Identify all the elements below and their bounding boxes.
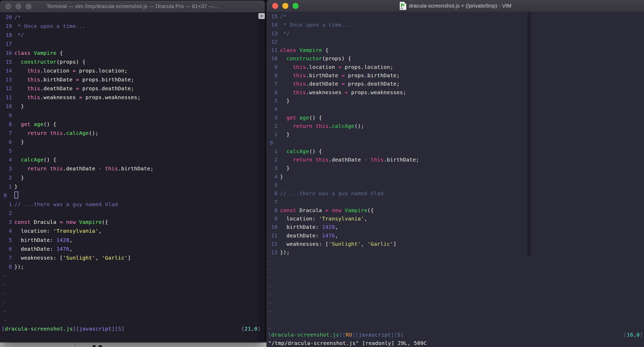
line-number: 0 — [4, 191, 12, 200]
code-line: 17 — [0, 39, 265, 48]
line-number: 3 — [270, 164, 278, 172]
occluded-text-fragment — [93, 345, 96, 347]
code-line: 2 } — [0, 173, 265, 182]
line-number: 5 — [270, 97, 278, 105]
scrollbar-lines-icon — [260, 16, 263, 17]
line-number: 14 — [4, 66, 12, 75]
code-line: 3 } — [267, 164, 644, 172]
empty-line-tilde: ~ — [267, 316, 644, 324]
line-number: 9 — [270, 63, 278, 71]
zoom-button[interactable] — [26, 3, 32, 9]
code-line: 8const Dracula = new Vampire({ — [267, 206, 644, 214]
line-number: 10 — [4, 102, 12, 111]
line-number: 4 — [4, 226, 12, 235]
code-line: 20/* — [0, 13, 265, 22]
empty-line-tilde: ~ — [0, 298, 265, 307]
code-line: 0 — [267, 139, 644, 147]
line-number: 5 — [270, 181, 278, 189]
code-line: 1} — [0, 182, 265, 191]
code-line: 15 constructor(props) { — [0, 57, 265, 66]
code-line: 11 this.weaknesses = props.weaknesses; — [0, 93, 265, 102]
line-number: 11 — [4, 93, 12, 102]
macvim-titlebar[interactable]: JS dracula-screenshot.js = (/private/tmp… — [267, 0, 644, 12]
code-line: 7 this.deathDate = props.deathDate; — [267, 80, 644, 88]
zoom-button[interactable] — [293, 3, 299, 9]
line-number: 10 — [270, 54, 278, 63]
line-number: 8 — [270, 206, 278, 214]
window-controls — [272, 3, 299, 9]
line-number: 6 — [270, 88, 278, 97]
line-number: 1 — [270, 147, 278, 155]
window-title: Terminal — vim /tmp/dracula-screenshot.j… — [47, 3, 218, 9]
line-number: 15 — [4, 57, 12, 66]
code-line: 6 deathDate: 1476, — [0, 244, 265, 253]
code-line: 6 } — [0, 137, 265, 146]
line-number: 13 — [4, 75, 12, 84]
empty-line-tilde: ~ — [267, 257, 644, 265]
line-number: 2 — [4, 209, 12, 218]
code-line: 3 return this.deathDate - this.birthDate… — [0, 164, 265, 173]
line-number: 13 — [270, 29, 278, 38]
code-line: 13 */ — [267, 29, 644, 38]
statusline-file-info: [dracula-screenshot.js][javascript][S] — [2, 324, 124, 333]
code-line: 14 * Once upon a time... — [267, 21, 644, 29]
vim-buffer-left[interactable]: 20/*19 * Once upon a time...18 */1716cla… — [0, 12, 265, 342]
line-number: 5 — [4, 146, 12, 155]
terminal-titlebar[interactable]: Terminal — vim /tmp/dracula-screenshot.j… — [0, 1, 265, 13]
code-line: 6 this.weaknesses = props.weaknesses; — [267, 88, 644, 97]
code-line: 3 get age() { — [267, 113, 644, 122]
code-area[interactable]: 20/*19 * Once upon a time...18 */1716cla… — [0, 12, 265, 325]
scrollbar-track[interactable] — [258, 12, 265, 342]
line-number: 19 — [4, 22, 12, 31]
code-line: 5 } — [267, 97, 644, 105]
line-number: 12 — [270, 240, 278, 248]
line-number: 2 — [270, 155, 278, 164]
empty-line-tilde: ~ — [267, 282, 644, 290]
line-number: 8 — [270, 71, 278, 80]
vim-buffer-right[interactable]: 15/*14 * Once upon a time...13 */1211cla… — [267, 12, 644, 347]
code-line: 18 */ — [0, 31, 265, 39]
close-button[interactable] — [272, 3, 278, 9]
empty-line-tilde: ~ — [0, 307, 265, 316]
minimize-button[interactable] — [15, 3, 21, 9]
line-number: 7 — [4, 129, 12, 137]
statusline-file-info: [dracula-screenshot.js][RO][javascript][… — [268, 330, 404, 339]
empty-line-tilde: ~ — [0, 289, 265, 298]
window-title-label: dracula-screenshot.js = (/private/tmp) -… — [409, 3, 511, 9]
minimize-button[interactable] — [282, 3, 288, 9]
unsaved-dot-icon — [7, 5, 9, 7]
scrollbar-lines-icon — [260, 15, 263, 16]
line-number: 9 — [270, 214, 278, 223]
code-line: 2 return this.calcAge(); — [267, 122, 644, 130]
line-number: 15 — [270, 12, 278, 21]
line-number: 10 — [270, 223, 278, 231]
line-number: 14 — [270, 21, 278, 29]
vim-cursor — [14, 192, 18, 199]
code-line: 5 birthDate: 1428, — [0, 236, 265, 244]
line-number: 7 — [4, 253, 12, 262]
line-number: 13 — [270, 248, 278, 256]
occluded-background-window — [0, 342, 266, 347]
code-area[interactable]: 15/*14 * Once upon a time...13 */1211cla… — [267, 12, 644, 332]
code-line: 14 this.location = props.location; — [0, 66, 265, 75]
line-number: 6 — [4, 244, 12, 253]
code-line: 13 this.birthDate = props.birthDate; — [0, 75, 265, 84]
javascript-file-icon: JS — [400, 2, 406, 10]
terminal-window: Terminal — vim /tmp/dracula-screenshot.j… — [0, 1, 265, 342]
empty-line-tilde: ~ — [267, 265, 644, 273]
code-line: 3const Dracula = new Vampire({ — [0, 218, 265, 226]
line-number: 8 — [4, 262, 12, 271]
close-button[interactable] — [5, 3, 11, 9]
line-number: 3 — [4, 164, 12, 173]
line-number: 5 — [4, 236, 12, 244]
code-line: 11class Vampire { — [267, 46, 644, 54]
code-line: 1 } — [267, 130, 644, 139]
code-line: 8 get age() { — [0, 120, 265, 129]
line-number: 3 — [270, 113, 278, 122]
line-number: 12 — [270, 38, 278, 46]
empty-line-tilde: ~ — [0, 280, 265, 289]
code-line: 6// ...there was a guy named Vlad — [267, 189, 644, 198]
code-line: 4 — [267, 105, 644, 113]
scrollbar-thumb[interactable] — [258, 13, 265, 19]
line-number: 20 — [4, 13, 12, 22]
